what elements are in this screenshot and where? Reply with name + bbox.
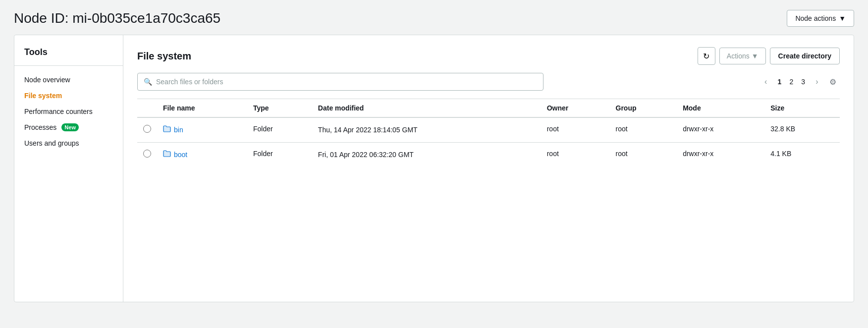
sidebar-item-processes[interactable]: Processes New — [14, 119, 123, 135]
table-row: bin Folder Thu, 14 Apr 2022 18:14:05 GMT… — [137, 117, 840, 143]
sidebar-item-file-system[interactable]: File system — [14, 88, 123, 104]
sidebar-item-label: Node overview — [24, 76, 70, 84]
chevron-left-icon: ‹ — [764, 77, 767, 86]
row-date-cell: Thu, 14 Apr 2022 18:14:05 GMT — [312, 117, 541, 143]
node-actions-button[interactable]: Node actions ▼ — [787, 10, 854, 27]
row-owner-cell: root — [541, 143, 610, 167]
file-link[interactable]: bin — [163, 125, 241, 134]
sidebar-title: Tools — [14, 47, 123, 66]
row-type-cell: Folder — [247, 143, 312, 167]
create-directory-button[interactable]: Create directory — [770, 48, 840, 64]
row-type-cell: Folder — [247, 117, 312, 143]
row-mode-cell: drwxr-xr-x — [677, 117, 764, 143]
page-1-button[interactable]: 1 — [775, 77, 785, 87]
actions-button[interactable]: Actions ▼ — [719, 48, 766, 64]
filename: boot — [174, 151, 187, 159]
header-actions: ↻ Actions ▼ Create directory — [698, 47, 840, 65]
row-select-cell — [137, 117, 157, 143]
next-page-button[interactable]: › — [810, 75, 824, 89]
col-owner: Owner — [541, 99, 610, 118]
row-filename-cell: boot — [157, 143, 247, 167]
row-select-cell — [137, 143, 157, 167]
search-container: 🔍 — [137, 73, 543, 91]
sidebar-item-performance-counters[interactable]: Performance counters — [14, 104, 123, 119]
row-radio-input[interactable] — [143, 125, 151, 133]
sidebar-item-label: Performance counters — [24, 108, 93, 115]
row-filename-cell: bin — [157, 117, 247, 143]
sidebar-item-node-overview[interactable]: Node overview — [14, 72, 123, 88]
table-settings-button[interactable]: ⚙ — [826, 75, 840, 89]
col-date-modified: Date modified — [312, 99, 541, 118]
file-table: File name Type Date modified Owner Group… — [137, 99, 840, 167]
chevron-down-icon: ▼ — [839, 14, 846, 22]
sidebar-item-label: File system — [24, 92, 62, 100]
sidebar-item-users-and-groups[interactable]: Users and groups — [14, 135, 123, 151]
previous-page-button[interactable]: ‹ — [759, 75, 773, 89]
col-size: Size — [764, 99, 840, 118]
sidebar-item-label: Processes — [24, 123, 56, 131]
col-type: Type — [247, 99, 312, 118]
table-header-row: File name Type Date modified Owner Group… — [137, 99, 840, 118]
folder-icon — [163, 150, 171, 159]
refresh-button[interactable]: ↻ — [698, 47, 715, 65]
col-select — [137, 99, 157, 118]
sidebar-item-label: Users and groups — [24, 139, 79, 147]
row-date-cell: Fri, 01 Apr 2022 06:32:20 GMT — [312, 143, 541, 167]
col-group: Group — [610, 99, 677, 118]
search-bar-row: 🔍 ‹ 1 2 3 › ⚙ — [137, 73, 840, 91]
row-mode-cell: drwxr-xr-x — [677, 143, 764, 167]
filename: bin — [174, 126, 183, 134]
row-radio-input[interactable] — [143, 150, 151, 158]
row-size-cell: 4.1 KB — [764, 143, 840, 167]
row-group-cell: root — [610, 117, 677, 143]
content-header: File system ↻ Actions ▼ Create directory — [137, 47, 840, 65]
main-layout: Tools Node overview File system Performa… — [14, 35, 854, 302]
page-2-button[interactable]: 2 — [786, 77, 796, 87]
refresh-icon: ↻ — [703, 52, 709, 61]
new-badge: New — [61, 123, 79, 131]
col-mode: Mode — [677, 99, 764, 118]
table-row: boot Folder Fri, 01 Apr 2022 06:32:20 GM… — [137, 143, 840, 167]
pagination-controls: ‹ 1 2 3 › ⚙ — [759, 75, 840, 89]
row-group-cell: root — [610, 143, 677, 167]
row-owner-cell: root — [541, 117, 610, 143]
folder-icon — [163, 125, 171, 134]
file-link[interactable]: boot — [163, 150, 241, 159]
content-area: File system ↻ Actions ▼ Create directory… — [123, 35, 854, 302]
page-header: Node ID: mi-0b035ce1a70c3ca65 Node actio… — [0, 0, 868, 35]
search-input[interactable] — [156, 78, 537, 86]
sidebar: Tools Node overview File system Performa… — [14, 35, 123, 302]
row-size-cell: 32.8 KB — [764, 117, 840, 143]
page-title: Node ID: mi-0b035ce1a70c3ca65 — [14, 10, 220, 26]
page-3-button[interactable]: 3 — [798, 77, 808, 87]
gear-icon: ⚙ — [829, 77, 836, 87]
col-filename: File name — [157, 99, 247, 118]
search-icon: 🔍 — [144, 78, 152, 86]
actions-chevron-icon: ▼ — [752, 52, 759, 60]
chevron-right-icon: › — [815, 77, 818, 86]
content-title: File system — [137, 51, 191, 62]
